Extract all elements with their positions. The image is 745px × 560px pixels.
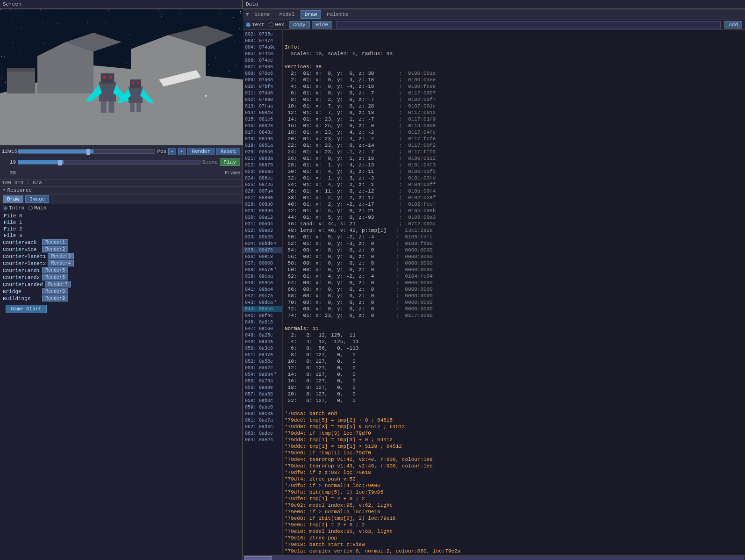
file-item-1[interactable]: File 1 [0, 219, 242, 226]
render-name-4[interactable]: CourierLand1 [3, 268, 40, 273]
render-btn-3[interactable]: Render4 [48, 260, 74, 266]
hex-line[interactable]: 022: 08670 [243, 162, 282, 168]
hex-line[interactable]: 046: 0a016 [243, 319, 282, 325]
hex-line[interactable]: 062: 0ad3c [243, 424, 282, 430]
render-name-3[interactable]: CourierPlanet2 [3, 261, 46, 266]
hex-line[interactable]: 003: 07474 [243, 37, 282, 44]
hex-line[interactable]: 018: 08490 [243, 136, 282, 142]
hex-line[interactable]: 040: 099ce [243, 280, 282, 286]
render-name-5[interactable]: CourierLand2 [3, 275, 40, 280]
hex-line[interactable]: 035: 00d76 [243, 247, 282, 253]
main-radio[interactable]: Main [28, 205, 46, 211]
palette-tab[interactable]: Palette [323, 11, 352, 18]
hex-line[interactable]: 029: 08990 [243, 208, 282, 214]
hex-line[interactable]: 024: 086cc [243, 175, 282, 181]
hex-line[interactable]: 019: 0851a [243, 142, 282, 149]
hex-line[interactable]: 057: 0aa68 [243, 391, 282, 397]
file-item-2[interactable]: File 2 [0, 226, 242, 232]
h-scrollbar-track[interactable] [244, 556, 744, 560]
hex-line[interactable]: 015: 081c6 [243, 116, 282, 122]
model-tab[interactable]: Model [276, 11, 299, 18]
hex-line[interactable]: 060: 0ac3a [243, 410, 282, 417]
file-item-3[interactable]: File 3 [0, 232, 242, 239]
h-scrollbar-thumb[interactable] [244, 556, 272, 560]
hex-line[interactable]: 056: 0a99e [243, 384, 282, 391]
draw-tab-data[interactable]: Draw [301, 10, 321, 19]
pos-minus-button[interactable]: – [168, 148, 176, 155]
frame-slider2[interactable] [18, 160, 201, 165]
hex-line[interactable]: 039: 09eba [243, 273, 282, 280]
hex-line[interactable]: 036: 00e18 [243, 253, 282, 260]
hide-button[interactable]: Hide [312, 21, 332, 29]
hex-line[interactable]: 050: 0a3c0 [243, 345, 282, 352]
hex-line[interactable]: 034: 00bde< [243, 240, 282, 247]
hex-line[interactable]: 017: 0843e [243, 129, 282, 136]
hex-line[interactable]: 002: 0735c [243, 31, 282, 37]
render-name-7[interactable]: Bridge [3, 289, 40, 294]
hex-line[interactable]: 012: 07ea0 [243, 96, 282, 103]
reset-button[interactable]: Reset [216, 148, 240, 155]
play-button[interactable]: Play [220, 158, 240, 166]
hex-line[interactable]: 032: 00ae2 [243, 227, 282, 234]
game-start-button[interactable]: Game Start [6, 305, 47, 313]
hex-line[interactable]: 045: 09f4c [243, 312, 282, 319]
render-btn-1[interactable]: Render2 [42, 246, 68, 252]
hex-line[interactable]: 025: 08726 [243, 181, 282, 188]
hex-radio[interactable]: Hex [269, 22, 284, 28]
file-item-0[interactable]: File 0 [0, 213, 242, 219]
hex-line[interactable]: 042: 09c7a [243, 293, 282, 299]
render-name-1[interactable]: CourierSide [3, 247, 40, 252]
hex-line[interactable]: 037: 00000 [243, 260, 282, 266]
hex-line[interactable]: 028: 008b0 [243, 201, 282, 208]
render-btn-6[interactable]: Render7 [45, 281, 71, 287]
render-btn-0[interactable]: Render1 [42, 239, 68, 245]
add-button[interactable]: Add [724, 21, 742, 29]
hex-line[interactable]: 063: 0adce [243, 430, 282, 437]
hex-line[interactable]: 043: 09dca* [243, 299, 282, 306]
pos-plus-button[interactable]: + [178, 148, 186, 155]
draw-tab[interactable]: Draw [3, 195, 23, 203]
search-input[interactable] [336, 21, 721, 29]
hex-line[interactable]: 026: 007a4 [243, 188, 282, 194]
render-btn-8[interactable]: Render9 [42, 295, 68, 302]
render-btn-7[interactable]: Render8 [42, 288, 68, 294]
render-name-8[interactable]: Buildings [3, 296, 40, 302]
hex-line[interactable]: 054: 0a6b4* [243, 371, 282, 378]
hex-line[interactable]: 030: 00a12 [243, 214, 282, 221]
render-btn-5[interactable]: Render6 [42, 274, 68, 280]
hex-line[interactable]: 008: 070e6 [243, 70, 282, 77]
frame-slider1[interactable] [18, 149, 155, 154]
hex-line[interactable]: 005: 074c0 [243, 50, 282, 57]
scene-tab[interactable]: Scene [251, 11, 274, 18]
hex-line[interactable]: 058: 0ab3c [243, 397, 282, 404]
hex-line[interactable]: 027: 0880e [243, 194, 282, 201]
hex-line[interactable]: 052: 0a56c [243, 358, 282, 365]
hex-line[interactable]: 044: 09ece [243, 306, 282, 312]
hex-line[interactable]: 061: 0ac7a [243, 417, 282, 424]
render-name-0[interactable]: CourierBack [3, 240, 40, 245]
hex-line[interactable]: 033: 00b28 [243, 234, 282, 240]
hex-line[interactable]: 004: 074a9e [243, 44, 282, 50]
hex-line[interactable]: 053: 0a622 [243, 365, 282, 371]
hex-line[interactable]: 014: 000c8 [243, 109, 282, 116]
bottom-scrollbar[interactable] [243, 555, 745, 560]
hex-line[interactable]: 047: 0a160 [243, 325, 282, 332]
hex-line[interactable]: 049: 0a34a [243, 338, 282, 345]
hex-line[interactable]: 051: 0a47e [243, 352, 282, 358]
intro-radio[interactable]: Intro [3, 205, 24, 211]
hex-line[interactable]: 011: 07d46 [243, 90, 282, 96]
render-btn-2[interactable]: Render3 [48, 253, 74, 259]
hex-line[interactable]: 006: 074ee [243, 57, 282, 64]
hex-line[interactable]: 010: 07bf4 [243, 83, 282, 90]
hex-line[interactable]: 031: 00a94 [243, 221, 282, 227]
render-name-2[interactable]: CourierPlanet1 [3, 254, 46, 259]
text-radio[interactable]: Text [246, 22, 264, 28]
code-area[interactable]: Info: scale1: 10, scale2: 0, radius: 93V… [283, 30, 745, 555]
hex-line[interactable]: 059: 0abe0 [243, 404, 282, 410]
copy-button[interactable]: Copy [289, 21, 309, 29]
hex-line[interactable]: 023: 086a6 [243, 168, 282, 175]
hex-line[interactable]: 048: 0a25c [243, 332, 282, 338]
hex-line[interactable]: 007: 07608 [243, 64, 282, 70]
hex-line[interactable]: 020: 005b0 [243, 149, 282, 155]
hex-line[interactable]: 055: 0a73a [243, 378, 282, 384]
